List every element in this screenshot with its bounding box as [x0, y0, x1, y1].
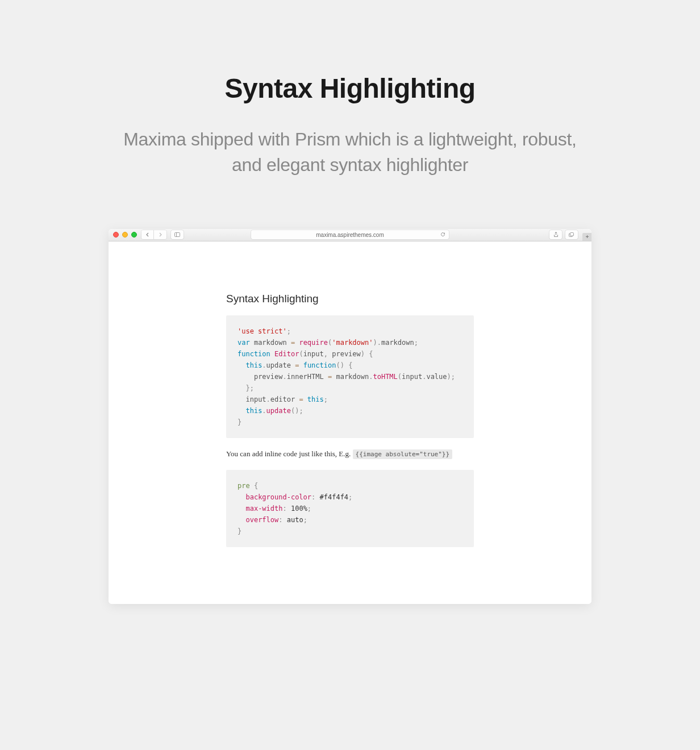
url-bar[interactable]: maxima.aspirethemes.com — [251, 230, 449, 239]
code-value: auto — [287, 516, 303, 524]
js-code-block: 'use strict'; var markdown = require('ma… — [226, 315, 474, 438]
back-button[interactable] — [141, 230, 154, 239]
code-ident: markdown — [381, 339, 414, 347]
code-property: background-color — [245, 493, 311, 501]
tabs-button[interactable] — [565, 230, 578, 239]
right-toolbar — [549, 230, 578, 239]
code-ident: update — [266, 361, 291, 369]
browser-toolbar: maxima.aspirethemes.com — [109, 229, 591, 241]
code-keyword: var — [238, 339, 250, 347]
forward-button[interactable] — [154, 230, 166, 239]
sidebar-toggle-button[interactable] — [171, 230, 184, 239]
code-ident: input.value — [402, 373, 447, 381]
page-subtitle: Maxima shipped with Prism which is a lig… — [123, 127, 577, 178]
code-string: 'markdown' — [332, 339, 373, 347]
code-keyword: function — [303, 361, 336, 369]
code-keyword: this — [307, 395, 324, 403]
code-function: update — [266, 407, 291, 415]
paragraph-text: You can add inline code just like this, … — [226, 449, 353, 458]
svg-rect-3 — [570, 233, 574, 236]
code-param: preview — [332, 350, 361, 358]
close-window-button[interactable] — [113, 232, 119, 238]
tabs-icon — [569, 232, 574, 237]
css-code-block: pre { background-color: #f4f4f4; max-wid… — [226, 470, 474, 547]
inline-code-paragraph: You can add inline code just like this, … — [226, 449, 474, 459]
inline-code: {{image absolute="true"}} — [353, 449, 453, 459]
sidebar-icon — [174, 232, 180, 237]
code-line: preview.innerHTML = markdown. — [254, 373, 373, 381]
share-button[interactable] — [549, 230, 562, 239]
plus-icon — [585, 235, 589, 239]
code-keyword: function — [238, 350, 270, 358]
code-string: 'use strict' — [238, 327, 287, 335]
page-title: Syntax Highlighting — [0, 0, 700, 104]
code-property: overflow — [245, 516, 278, 524]
refresh-icon — [440, 232, 445, 237]
maximize-window-button[interactable] — [131, 232, 137, 238]
code-function: require — [299, 339, 328, 347]
minimize-window-button[interactable] — [122, 232, 128, 238]
code-param: input — [303, 350, 324, 358]
code-keyword: this — [245, 361, 262, 369]
code-selector: pre — [238, 482, 250, 490]
chevron-left-icon — [145, 232, 149, 237]
code-value: #f4f4f4 — [320, 493, 349, 501]
nav-buttons — [141, 230, 166, 239]
code-function: Editor — [274, 350, 299, 358]
code-ident: markdown — [254, 339, 287, 347]
new-tab-button[interactable] — [582, 233, 591, 241]
chevron-right-icon — [159, 232, 163, 237]
code-line: input.editor = — [245, 395, 307, 403]
share-icon — [553, 232, 559, 238]
browser-content: Syntax Highlighting 'use strict'; var ma… — [109, 241, 591, 604]
browser-window: maxima.aspirethemes.com Syntax Highlight… — [109, 229, 591, 604]
svg-rect-0 — [175, 233, 180, 237]
code-value: 100% — [291, 505, 307, 512]
refresh-button[interactable] — [440, 232, 445, 238]
url-text: maxima.aspirethemes.com — [316, 232, 384, 238]
traffic-lights — [113, 232, 137, 238]
content-title: Syntax Highlighting — [226, 293, 474, 305]
code-function: toHTML — [373, 373, 397, 381]
code-property: max-width — [245, 505, 282, 512]
code-keyword: this — [245, 407, 262, 415]
